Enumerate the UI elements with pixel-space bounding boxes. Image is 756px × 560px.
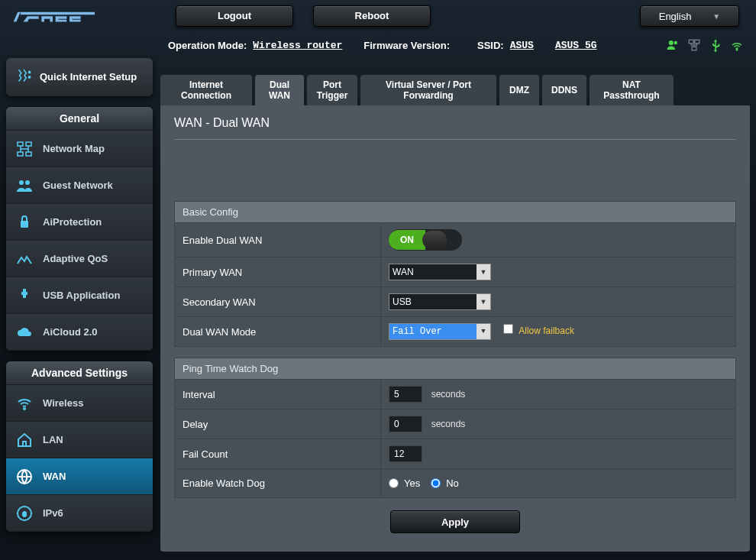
svg-text:6: 6 (22, 510, 26, 518)
interval-label: Interval (175, 380, 381, 409)
sidebar-item-lan[interactable]: LAN (6, 422, 153, 458)
sidebar-item-adaptive-qos[interactable]: Adaptive QoS (6, 241, 153, 277)
fail-count-input[interactable] (389, 445, 422, 462)
allow-failback-checkbox[interactable] (503, 324, 513, 334)
svg-point-15 (24, 408, 25, 409)
asus-logo (6, 3, 159, 29)
secondary-wan-label: Secondary WAN (175, 287, 381, 317)
svg-point-6 (29, 71, 31, 73)
quick-internet-setup-button[interactable]: Quick Internet Setup (6, 58, 153, 96)
chevron-down-icon: ▼ (477, 294, 490, 309)
sidebar-item-aicloud[interactable]: AiCloud 2.0 (6, 314, 153, 351)
sidebar-item-network-map[interactable]: Network Map (6, 131, 153, 167)
reboot-button[interactable]: Reboot (313, 5, 431, 27)
users-icon[interactable] (666, 38, 680, 52)
sidebar-item-label: AiProtection (43, 216, 102, 228)
dual-wan-mode-label: Dual WAN Mode (175, 317, 381, 347)
interval-input[interactable] (389, 386, 422, 403)
usb-icon[interactable] (709, 38, 722, 52)
svg-rect-8 (18, 142, 23, 146)
sidebar-item-ipv6[interactable]: 6 IPv6 (6, 495, 153, 532)
svg-rect-11 (26, 152, 31, 156)
toggle-knob (422, 231, 447, 249)
ping-watchdog-heading: Ping Time Watch Dog (174, 358, 736, 379)
toggle-on-label: ON (389, 230, 425, 250)
ssid-label: SSID: (477, 40, 504, 51)
svg-point-12 (19, 180, 24, 185)
dual-wan-mode-select[interactable]: Fail Over ▼ (389, 323, 491, 340)
svg-point-1 (674, 41, 678, 45)
sidebar-item-usb-application[interactable]: USB Application (6, 277, 153, 314)
yes-label: Yes (404, 477, 420, 489)
tab-nat-passthrough[interactable]: NAT Passthrough (590, 75, 674, 105)
qis-label: Quick Internet Setup (40, 71, 137, 83)
dual-wan-mode-value: Fail Over (393, 326, 442, 337)
sidebar-item-label: IPv6 (43, 507, 63, 519)
sidebar-item-label: Wireless (43, 397, 83, 409)
apply-button[interactable]: Apply (390, 510, 520, 533)
sidebar-item-label: USB Application (43, 290, 120, 301)
fail-count-label: Fail Count (175, 439, 381, 469)
tab-ddns[interactable]: DDNS (542, 75, 586, 105)
secondary-wan-value: USB (393, 296, 412, 307)
svg-point-0 (669, 40, 674, 45)
interval-unit: seconds (431, 389, 466, 400)
enable-watchdog-yes-radio[interactable] (389, 478, 399, 488)
chevron-down-icon: ▼ (477, 324, 490, 339)
wifi-icon[interactable] (730, 38, 744, 52)
opmode-label: Operation Mode: (168, 40, 247, 51)
ssid-value-1[interactable]: ASUS (510, 40, 534, 51)
enable-watchdog-label: Enable Watch Dog (175, 469, 381, 498)
svg-rect-2 (689, 40, 693, 44)
sidebar-item-label: AiCloud 2.0 (43, 326, 98, 338)
tab-dmz[interactable]: DMZ (499, 75, 539, 105)
tab-virtual-server[interactable]: Virtual Server / Port Forwarding (360, 75, 496, 105)
svg-rect-3 (695, 40, 699, 44)
opmode-value[interactable]: Wireless router (253, 40, 342, 51)
delay-label: Delay (175, 409, 381, 439)
delay-unit: seconds (431, 419, 466, 429)
svg-rect-14 (21, 221, 28, 228)
tab-dual-wan[interactable]: Dual WAN (255, 75, 304, 105)
enable-dual-wan-label: Enable Dual WAN (175, 223, 381, 257)
sidebar-item-label: Adaptive QoS (43, 253, 108, 264)
tab-port-trigger[interactable]: Port Trigger (307, 75, 357, 105)
page-title: WAN - Dual WAN (174, 116, 736, 140)
advanced-heading: Advanced Settings (6, 361, 153, 385)
fw-label: Firmware Version: (363, 40, 450, 51)
tab-internet-connection[interactable]: Internet Connection (160, 75, 252, 105)
svg-point-5 (736, 49, 738, 50)
sidebar-item-aiprotection[interactable]: AiProtection (6, 204, 153, 241)
status-bar: Operation Mode: Wireless router Firmware… (0, 32, 756, 58)
general-heading: General (6, 107, 153, 131)
language-dropdown[interactable]: English ▼ (640, 5, 739, 27)
sidebar-item-label: Network Map (43, 143, 105, 154)
primary-wan-label: Primary WAN (175, 257, 381, 287)
language-label: English (659, 11, 692, 22)
secondary-wan-select[interactable]: USB ▼ (389, 293, 491, 310)
svg-rect-10 (18, 152, 23, 156)
enable-watchdog-no-radio[interactable] (431, 478, 441, 488)
sidebar-item-wan[interactable]: WAN (6, 458, 153, 495)
primary-wan-value: WAN (393, 267, 414, 277)
sidebar-item-label: WAN (43, 471, 66, 482)
sidebar-item-label: Guest Network (43, 180, 113, 191)
svg-point-13 (25, 180, 30, 185)
sidebar-item-wireless[interactable]: Wireless (6, 385, 153, 422)
allow-failback-label: Allow failback (519, 325, 574, 336)
svg-point-7 (29, 76, 31, 78)
svg-rect-4 (692, 47, 696, 50)
logout-button[interactable]: Logout (176, 5, 293, 27)
sidebar-item-label: LAN (43, 434, 63, 445)
no-label: No (446, 477, 459, 489)
primary-wan-select[interactable]: WAN ▼ (389, 264, 491, 280)
chevron-down-icon: ▼ (712, 12, 720, 21)
svg-rect-9 (26, 142, 31, 146)
enable-dual-wan-toggle[interactable]: ON (389, 229, 462, 251)
chevron-down-icon: ▼ (477, 264, 490, 280)
sidebar-item-guest-network[interactable]: Guest Network (6, 167, 153, 204)
ssid-value-2[interactable]: ASUS_5G (555, 40, 597, 51)
basic-config-heading: Basic Config (174, 201, 736, 222)
delay-input[interactable] (389, 416, 422, 432)
network-icon[interactable] (687, 38, 701, 52)
